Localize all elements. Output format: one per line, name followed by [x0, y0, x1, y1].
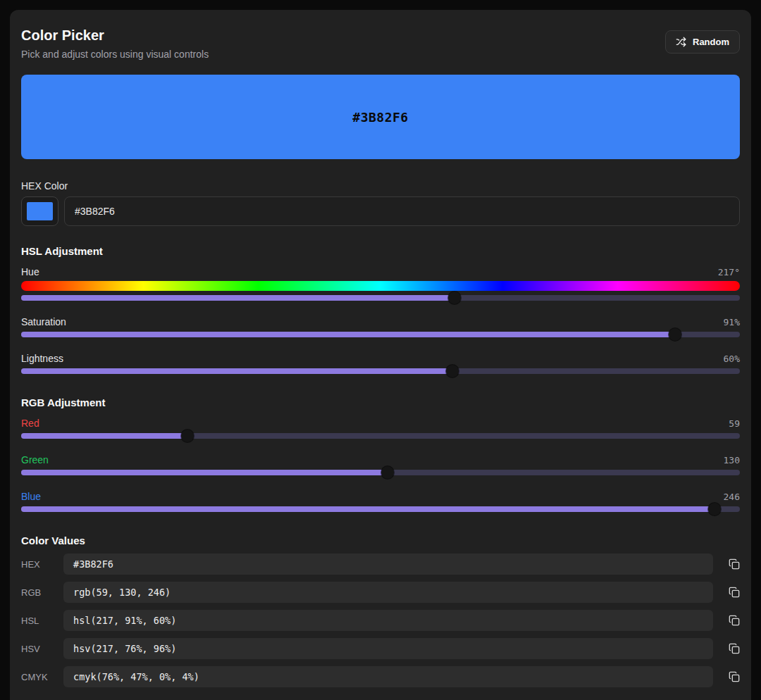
copy-icon	[729, 615, 740, 626]
hex-value-field[interactable]: #3B82F6	[63, 554, 713, 575]
shuffle-icon	[676, 37, 686, 47]
hue-slider[interactable]	[21, 292, 740, 304]
blue-label: Blue	[21, 491, 41, 502]
lightness-value: 60%	[724, 354, 740, 364]
rgb-sliders: Red59Green130Blue246	[21, 418, 740, 515]
blue-slider-head: Blue246	[21, 491, 740, 502]
slider-group-saturation: Saturation91%	[21, 316, 740, 341]
saturation-slider-thumb[interactable]	[669, 328, 681, 341]
value-row-rgb: RGBrgb(59, 130, 246)	[21, 582, 740, 603]
random-button-label: Random	[693, 37, 729, 47]
hex-input[interactable]	[64, 196, 740, 226]
hsl-section-title: HSL Adjustment	[21, 245, 740, 257]
green-slider-thumb[interactable]	[381, 466, 394, 479]
rgb-copy-button[interactable]	[716, 582, 740, 602]
slider-group-green: Green130	[21, 454, 740, 479]
saturation-slider-fill	[21, 332, 675, 337]
hex-input-row	[21, 196, 740, 226]
red-label: Red	[21, 418, 39, 429]
red-slider[interactable]	[21, 430, 740, 442]
rgb-value-field[interactable]: rgb(59, 130, 246)	[63, 582, 713, 603]
saturation-slider[interactable]	[21, 328, 740, 341]
hex-color-label: HEX Color	[21, 180, 740, 192]
copy-icon	[729, 643, 740, 654]
red-slider-head: Red59	[21, 418, 740, 429]
slider-group-blue: Blue246	[21, 491, 740, 515]
hsv-row-label: HSV	[21, 644, 63, 654]
hsv-copy-button[interactable]	[716, 639, 740, 658]
green-slider[interactable]	[21, 466, 740, 479]
color-preview: #3B82F6	[21, 75, 740, 159]
green-slider-fill	[21, 470, 388, 475]
lightness-slider[interactable]	[21, 365, 740, 377]
hsv-value-field[interactable]: hsv(217, 76%, 96%)	[63, 638, 713, 659]
blue-slider-fill	[21, 506, 714, 512]
value-row-cmyk: CMYKcmyk(76%, 47%, 0%, 4%)	[21, 666, 740, 687]
value-row-hsl: HSLhsl(217, 91%, 60%)	[21, 610, 740, 631]
preview-hex-text: #3B82F6	[352, 110, 408, 125]
hue-value: 217°	[718, 267, 740, 277]
header: Color Picker Pick and adjust colors usin…	[21, 25, 740, 60]
hsl-copy-button[interactable]	[716, 611, 740, 630]
color-picker-card: Color Picker Pick and adjust colors usin…	[10, 10, 751, 700]
page-subtitle: Pick and adjust colors using visual cont…	[21, 49, 209, 60]
hue-gradient-bar[interactable]	[21, 281, 740, 291]
rgb-row-label: RGB	[21, 587, 63, 598]
color-values-title: Color Values	[21, 535, 740, 546]
slider-group-red: Red59	[21, 418, 740, 442]
random-button[interactable]: Random	[665, 30, 740, 54]
rgb-section-title: RGB Adjustment	[21, 396, 740, 408]
blue-value: 246	[724, 492, 740, 502]
red-slider-thumb[interactable]	[181, 430, 194, 442]
saturation-slider-head: Saturation91%	[21, 316, 740, 327]
red-slider-fill	[21, 433, 187, 439]
red-value: 59	[729, 418, 740, 429]
cmyk-value-field[interactable]: cmyk(76%, 47%, 0%, 4%)	[63, 666, 713, 687]
saturation-label: Saturation	[21, 316, 66, 327]
green-label: Green	[21, 454, 49, 465]
saturation-value: 91%	[724, 317, 740, 327]
hex-row-label: HEX	[21, 559, 63, 570]
hex-copy-button[interactable]	[716, 554, 740, 574]
header-text: Color Picker Pick and adjust colors usin…	[21, 25, 209, 60]
hsl-value-field[interactable]: hsl(217, 91%, 60%)	[63, 610, 713, 631]
hsl-sliders: Hue217°Saturation91%Lightness60%	[21, 266, 740, 377]
color-value-rows: HEX#3B82F6RGBrgb(59, 130, 246)HSLhsl(217…	[21, 554, 740, 687]
value-row-hsv: HSVhsv(217, 76%, 96%)	[21, 638, 740, 659]
hue-slider-thumb[interactable]	[448, 292, 461, 304]
hue-slider-fill	[21, 295, 454, 301]
copy-icon	[729, 671, 740, 682]
copy-icon	[729, 558, 740, 570]
green-value: 130	[724, 455, 740, 465]
copy-icon	[729, 587, 740, 598]
cmyk-copy-button[interactable]	[716, 667, 740, 687]
blue-slider-thumb[interactable]	[708, 503, 721, 515]
lightness-slider-fill	[21, 368, 452, 374]
hue-label: Hue	[21, 266, 39, 277]
color-swatch	[27, 202, 53, 220]
cmyk-row-label: CMYK	[21, 672, 63, 682]
lightness-slider-thumb[interactable]	[446, 365, 459, 377]
slider-group-hue: Hue217°	[21, 266, 740, 304]
lightness-label: Lightness	[21, 353, 63, 364]
lightness-slider-head: Lightness60%	[21, 353, 740, 364]
color-swatch-picker[interactable]	[21, 196, 58, 226]
value-row-hex: HEX#3B82F6	[21, 554, 740, 575]
hsl-row-label: HSL	[21, 615, 63, 626]
slider-group-lightness: Lightness60%	[21, 353, 740, 377]
green-slider-head: Green130	[21, 454, 740, 465]
page-title: Color Picker	[21, 25, 209, 45]
hue-slider-head: Hue217°	[21, 266, 740, 277]
blue-slider[interactable]	[21, 503, 740, 515]
